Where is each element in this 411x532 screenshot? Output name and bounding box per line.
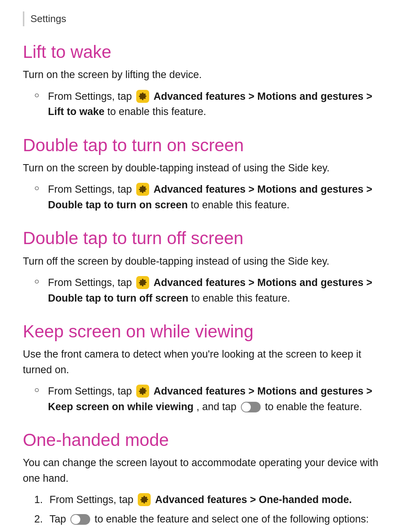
section-double-tap-off: Double tap to turn off screen Turn off t… [23, 228, 388, 306]
section-title-one-handed-mode: One-handed mode [23, 430, 388, 451]
section-desc-double-tap-on: Turn on the screen by double-tapping ins… [23, 160, 388, 176]
text-after: to enable this feature. [107, 106, 206, 117]
text-before: From Settings, tap [48, 91, 135, 102]
text-after: to enable the feature and select one of … [95, 513, 369, 525]
text-before: From Settings, tap [48, 385, 135, 397]
section-title-keep-screen-on: Keep screen on while viewing [23, 321, 388, 342]
section-title-double-tap-off: Double tap to turn off screen [23, 228, 388, 249]
page-header: Settings [23, 11, 388, 26]
ordered-list-one-handed: 1. From Settings, tap Advanced features … [23, 492, 388, 532]
settings-icon [136, 90, 149, 103]
bullet-item: From Settings, tap Advanced features > M… [34, 182, 388, 212]
section-title-lift-to-wake: Lift to wake [23, 42, 388, 62]
section-desc-lift-to-wake: Turn on the screen by lifting the device… [23, 67, 388, 83]
settings-icon [136, 276, 149, 289]
toggle-icon [241, 402, 261, 412]
bold-path: Advanced features > One-handed mode. [155, 494, 352, 505]
text-before: From Settings, tap [48, 184, 135, 195]
text-middle: , and tap [196, 401, 239, 412]
text-after: to enable this feature. [191, 292, 290, 304]
toggle-icon [70, 514, 90, 525]
text-after: to enable this feature. [191, 199, 290, 211]
list-num: 2. [34, 511, 43, 527]
bullet-list-lift-to-wake: From Settings, tap Advanced features > M… [23, 89, 388, 120]
section-desc-one-handed-mode: You can change the screen layout to acco… [23, 455, 388, 486]
section-keep-screen-on: Keep screen on while viewing Use the fro… [23, 321, 388, 414]
section-desc-keep-screen-on: Use the front camera to detect when you'… [23, 347, 388, 377]
settings-icon [136, 183, 149, 196]
text-before: From Settings, tap [49, 494, 136, 505]
text-before: Tap [49, 513, 69, 525]
bullet-item: From Settings, tap Advanced features > M… [34, 383, 388, 414]
bullet-item: From Settings, tap Advanced features > M… [34, 275, 388, 306]
text-after: to enable the feature. [265, 401, 362, 412]
sub-bullet-gesture: Gesture : Swipe down in the center of th… [65, 530, 388, 532]
bullet-list-double-tap-off: From Settings, tap Advanced features > M… [23, 275, 388, 306]
section-title-double-tap-on: Double tap to turn on screen [23, 135, 388, 156]
bullet-list-keep-screen-on: From Settings, tap Advanced features > M… [23, 383, 388, 414]
sub-bullet-list-one-handed: Gesture : Swipe down in the center of th… [49, 530, 388, 532]
section-one-handed-mode: One-handed mode You can change the scree… [23, 430, 388, 532]
section-double-tap-on: Double tap to turn on screen Turn on the… [23, 135, 388, 213]
ordered-item-2: 2. Tap to enable the feature and select … [34, 511, 388, 532]
settings-icon [138, 493, 151, 506]
section-lift-to-wake: Lift to wake Turn on the screen by lifti… [23, 42, 388, 120]
section-desc-double-tap-off: Turn off the screen by double-tapping in… [23, 254, 388, 269]
header-label: Settings [30, 13, 66, 24]
bullet-item: From Settings, tap Advanced features > M… [34, 89, 388, 120]
text-before: From Settings, tap [48, 277, 135, 288]
ordered-item-1: 1. From Settings, tap Advanced features … [34, 492, 388, 508]
list-num: 1. [34, 492, 43, 508]
settings-icon [136, 385, 149, 398]
bullet-list-double-tap-on: From Settings, tap Advanced features > M… [23, 182, 388, 212]
